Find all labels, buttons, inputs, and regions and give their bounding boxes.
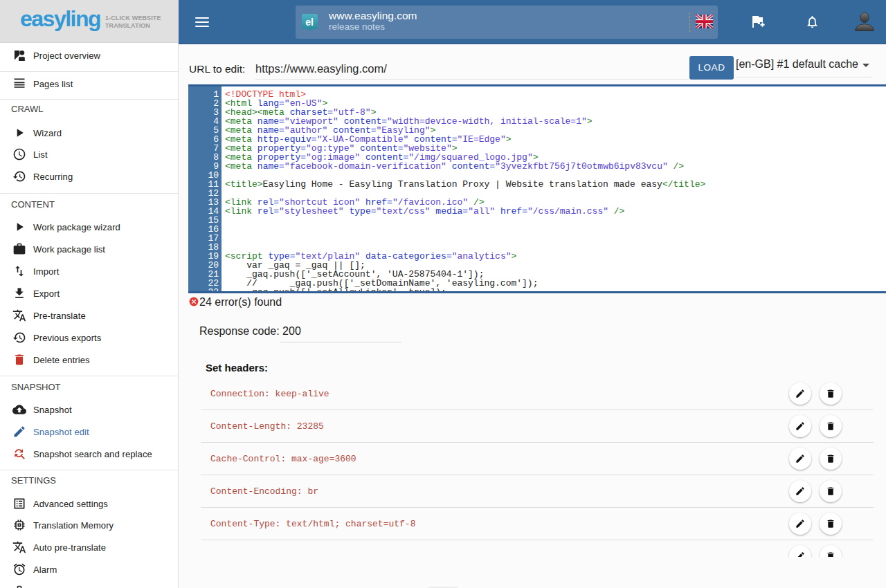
svg-text:el: el bbox=[305, 17, 314, 28]
